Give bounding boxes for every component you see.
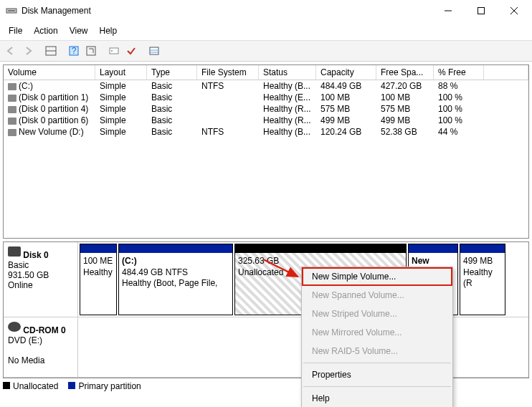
header-volume[interactable]: Volume [4,65,95,80]
menu-properties[interactable]: Properties [302,365,452,384]
list-view-icon[interactable] [146,43,162,59]
header-filesystem[interactable]: File System [197,65,259,80]
menu-file[interactable]: File [3,23,28,39]
menu-help[interactable]: Help [94,23,123,39]
menu-action[interactable]: Action [28,23,63,39]
svg-rect-13 [150,47,158,54]
cdrom-state: No Media [8,355,44,365]
check-icon[interactable] [123,43,139,59]
cdrom-icon [8,322,21,332]
menu-new-raid5-volume: New RAID-5 Volume... [302,342,452,360]
maximize-button[interactable] [465,0,498,21]
help-button[interactable]: ? [66,43,82,59]
menu-view[interactable]: View [64,23,94,39]
table-row[interactable]: (C:)SimpleBasicNTFSHealthy (B...484.49 G… [4,80,528,92]
volume-list: Volume Layout Type File System Status Ca… [3,64,529,239]
disk-0-size: 931.50 GB [8,270,49,280]
disk-icon [8,246,21,257]
svg-rect-1 [8,10,15,11]
disk-0-label[interactable]: Disk 0 Basic 931.50 GB Online [4,242,78,317]
partition[interactable]: 499 MBHealthy (R [460,244,505,315]
forward-button[interactable] [20,43,36,59]
header-status[interactable]: Status [259,65,316,80]
titlebar: Disk Management [0,0,532,21]
window-controls [432,0,531,21]
table-row[interactable]: (Disk 0 partition 6)SimpleBasicHealthy (… [4,115,528,126]
refresh-button[interactable] [83,43,99,59]
menu-new-simple-volume[interactable]: New Simple Volume... [302,267,452,286]
context-menu: New Simple Volume... New Spanned Volume.… [301,267,453,407]
disk-0-title: Disk 0 [23,250,48,260]
header-type[interactable]: Type [147,65,197,80]
disk-0-type: Basic [8,260,29,270]
toolbar: ? [0,41,532,62]
menubar: File Action View Help [0,21,532,41]
disk-0-state: Online [8,280,33,290]
volume-list-body: (C:)SimpleBasicNTFSHealthy (B...484.49 G… [4,80,528,238]
menu-help[interactable]: Help [302,389,452,407]
svg-rect-10 [87,47,95,55]
window-title: Disk Management [22,6,432,16]
partition[interactable]: (C:)484.49 GB NTFSHealthy (Boot, Page Fi… [118,244,233,315]
minimize-button[interactable] [432,0,465,21]
menu-new-striped-volume: New Striped Volume... [302,305,452,323]
svg-rect-3 [478,8,485,14]
view-split-button[interactable] [43,43,59,59]
header-capacity[interactable]: Capacity [316,65,376,80]
partition[interactable]: 100 MEHealthy [80,244,117,315]
svg-text:?: ? [72,46,77,56]
header-spacer [484,65,528,80]
action-apply-icon[interactable] [106,43,122,59]
legend-unallocated: Unallocated [3,381,58,391]
svg-point-12 [111,50,113,52]
table-row[interactable]: (Disk 0 partition 4)SimpleBasicHealthy (… [4,103,528,115]
table-row[interactable]: (Disk 0 partition 1)SimpleBasicHealthy (… [4,92,528,103]
menu-new-spanned-volume: New Spanned Volume... [302,286,452,305]
app-icon [6,5,17,16]
menu-new-mirrored-volume: New Mirrored Volume... [302,323,452,342]
back-button[interactable] [3,43,19,59]
close-button[interactable] [498,0,531,21]
table-row[interactable]: New Volume (D:)SimpleBasicNTFSHealthy (B… [4,126,528,138]
menu-separator [303,363,451,363]
cdrom-label[interactable]: CD-ROM 0 DVD (E:) No Media [4,317,78,377]
legend-primary: Primary partition [68,381,141,391]
header-percent-free[interactable]: % Free [434,65,484,80]
cdrom-type: DVD (E:) [8,335,42,345]
svg-rect-11 [110,48,118,54]
header-free-space[interactable]: Free Spa... [376,65,434,80]
menu-separator [303,386,451,387]
volume-list-header: Volume Layout Type File System Status Ca… [4,65,528,80]
header-layout[interactable]: Layout [95,65,147,80]
cdrom-title: CD-ROM 0 [23,325,65,335]
